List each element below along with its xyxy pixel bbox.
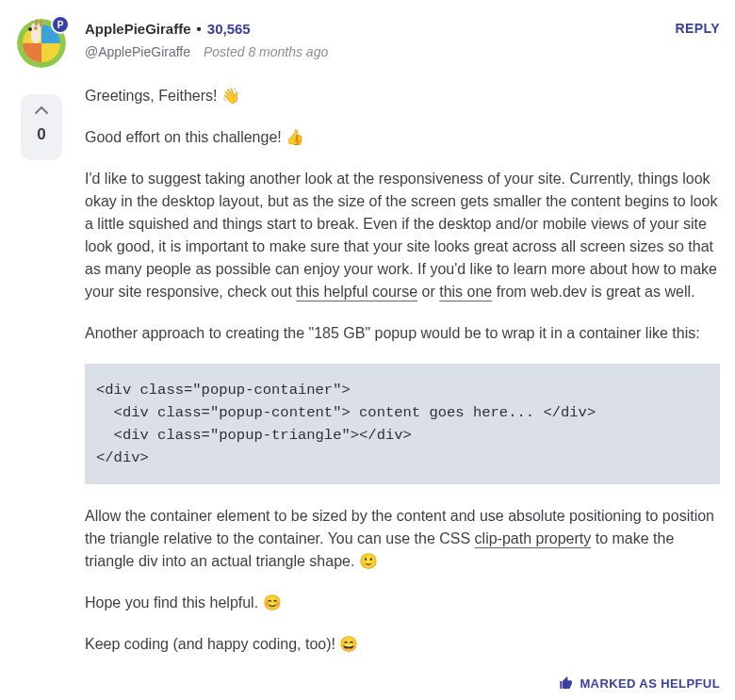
left-column: P 0	[15, 19, 68, 160]
effort-text: Good effort on this challenge! 👍	[85, 126, 720, 149]
approach-intro: Another approach to creating the "185 GB…	[85, 322, 720, 345]
user-handle[interactable]: @ApplePieGiraffe	[85, 44, 190, 59]
comment-body: Greetings, Feithers! 👋 Good effort on th…	[85, 85, 720, 656]
triangle-paragraph: Allow the container element to be sized …	[85, 505, 720, 573]
vote-box: 0	[21, 94, 62, 160]
clip-path-link[interactable]: clip-path property	[475, 530, 592, 546]
code-block: <div class="popup-container"> <div class…	[85, 364, 720, 484]
svg-rect-2	[31, 23, 41, 43]
comment-footer: MARKED AS HELPFUL	[85, 675, 720, 693]
chevron-up-icon	[35, 106, 48, 115]
svg-point-4	[28, 27, 32, 31]
user-name[interactable]: ApplePieGiraffe	[85, 19, 191, 41]
vote-count: 0	[37, 122, 45, 147]
svg-rect-5	[40, 21, 42, 26]
course-link-2[interactable]: this one	[439, 284, 492, 300]
course-link-1[interactable]: this helpful course	[296, 284, 417, 300]
reply-button[interactable]: REPLY	[676, 19, 720, 39]
svg-rect-6	[35, 19, 38, 25]
marked-helpful-label: MARKED AS HELPFUL	[580, 675, 720, 693]
comment-header: ApplePieGiraffe • 30,565 @ApplePieGiraff…	[85, 19, 720, 62]
handle-row: @ApplePieGiraffe Posted 8 months ago	[85, 42, 328, 62]
pro-badge: P	[51, 15, 70, 34]
suggestion-post: from web.dev is great as well.	[492, 284, 694, 300]
pro-badge-letter: P	[57, 18, 64, 32]
user-meta: ApplePieGiraffe • 30,565 @ApplePieGiraff…	[85, 19, 328, 62]
marked-helpful-badge[interactable]: MARKED AS HELPFUL	[559, 675, 720, 693]
suggestion-paragraph: I'd like to suggest taking another look …	[85, 168, 720, 303]
avatar-wrap[interactable]: P	[17, 19, 66, 68]
upvote-button[interactable]	[35, 104, 48, 117]
comment-block: P 0 ApplePieGiraffe • 30,565 @ApplePieGi…	[0, 0, 735, 700]
name-row: ApplePieGiraffe • 30,565	[85, 19, 328, 41]
user-points: 30,565	[207, 19, 251, 41]
suggestion-mid: or	[417, 284, 439, 300]
name-separator: •	[191, 19, 207, 41]
closing-text: Keep coding (and happy coding, too)! 😄	[85, 633, 720, 656]
right-column: ApplePieGiraffe • 30,565 @ApplePieGiraff…	[68, 19, 720, 692]
posted-time: Posted 8 months ago	[204, 44, 328, 59]
svg-point-3	[34, 26, 38, 30]
greeting-text: Greetings, Feithers! 👋	[85, 85, 720, 107]
thumbs-up-icon	[559, 676, 574, 691]
hope-helpful-text: Hope you find this helpful. 😊	[85, 592, 720, 614]
suggestion-pre: I'd like to suggest taking another look …	[85, 171, 718, 300]
